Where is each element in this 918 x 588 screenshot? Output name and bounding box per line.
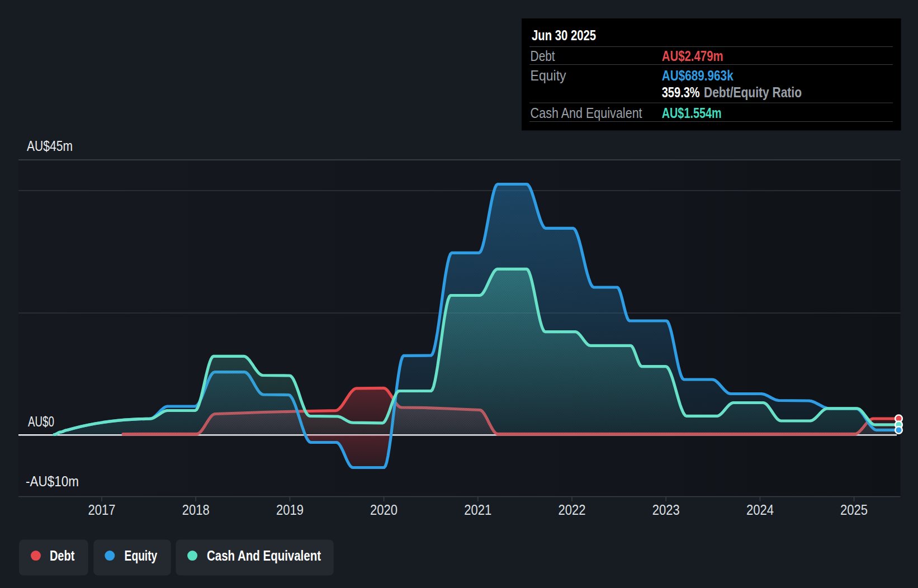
svg-text:2017: 2017 — [88, 501, 116, 518]
svg-text:2020: 2020 — [370, 501, 398, 518]
svg-text:AU$2.479m: AU$2.479m — [662, 48, 723, 64]
svg-text:AU$689.963k: AU$689.963k — [662, 67, 734, 84]
svg-text:Equity: Equity — [531, 67, 566, 84]
svg-text:Debt/Equity Ratio: Debt/Equity Ratio — [704, 84, 802, 101]
svg-text:Jun 30 2025: Jun 30 2025 — [532, 27, 596, 44]
svg-text:Debt: Debt — [50, 548, 75, 563]
svg-text:2024: 2024 — [746, 501, 774, 518]
svg-text:2025: 2025 — [840, 501, 868, 518]
svg-text:2023: 2023 — [652, 501, 680, 518]
svg-text:2018: 2018 — [182, 501, 210, 518]
svg-text:-AU$10m: -AU$10m — [26, 473, 79, 490]
svg-text:Equity: Equity — [125, 548, 158, 563]
svg-text:Debt: Debt — [531, 48, 556, 64]
svg-text:AU$0: AU$0 — [28, 413, 54, 430]
svg-text:Cash And Equivalent: Cash And Equivalent — [531, 105, 643, 121]
svg-text:AU$45m: AU$45m — [27, 137, 73, 154]
svg-text:Cash And Equivalent: Cash And Equivalent — [207, 548, 321, 563]
svg-text:2019: 2019 — [276, 501, 304, 518]
svg-text:2022: 2022 — [559, 501, 586, 518]
svg-text:359.3%: 359.3% — [662, 84, 700, 101]
svg-text:2021: 2021 — [464, 501, 491, 518]
svg-text:AU$1.554m: AU$1.554m — [662, 105, 722, 121]
